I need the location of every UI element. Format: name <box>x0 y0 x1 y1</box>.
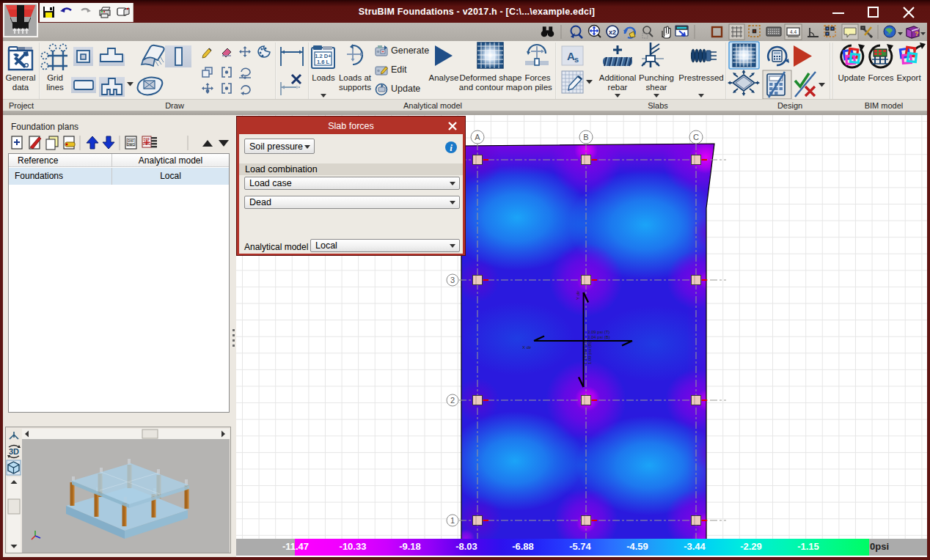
svg-text:Y dir: Y dir <box>576 291 580 300</box>
svg-text:s: s <box>574 55 579 64</box>
svg-text:3: 3 <box>450 276 455 284</box>
svg-text:1.6 L: 1.6 L <box>317 59 330 65</box>
svg-text:A: A <box>475 133 480 141</box>
svg-text:1: 1 <box>450 516 455 525</box>
svg-text:1.09 psi (B): 1.09 psi (B) <box>587 342 592 364</box>
svg-text:i: i <box>450 142 453 153</box>
svg-text:?: ? <box>915 30 919 37</box>
svg-text:x2: x2 <box>609 29 616 36</box>
svg-text:3.09 psi (T): 3.09 psi (T) <box>587 330 609 334</box>
svg-text:3.04 psi (B): 3.04 psi (B) <box>587 335 610 339</box>
svg-text:C: C <box>693 133 699 141</box>
svg-text:DWG: DWG <box>127 143 135 147</box>
svg-text:X dir: X dir <box>522 345 531 350</box>
svg-text:2: 2 <box>450 396 455 405</box>
svg-text:B: B <box>583 133 588 141</box>
svg-text:3D: 3D <box>9 447 19 456</box>
svg-text:4.4: 4.4 <box>790 29 797 34</box>
